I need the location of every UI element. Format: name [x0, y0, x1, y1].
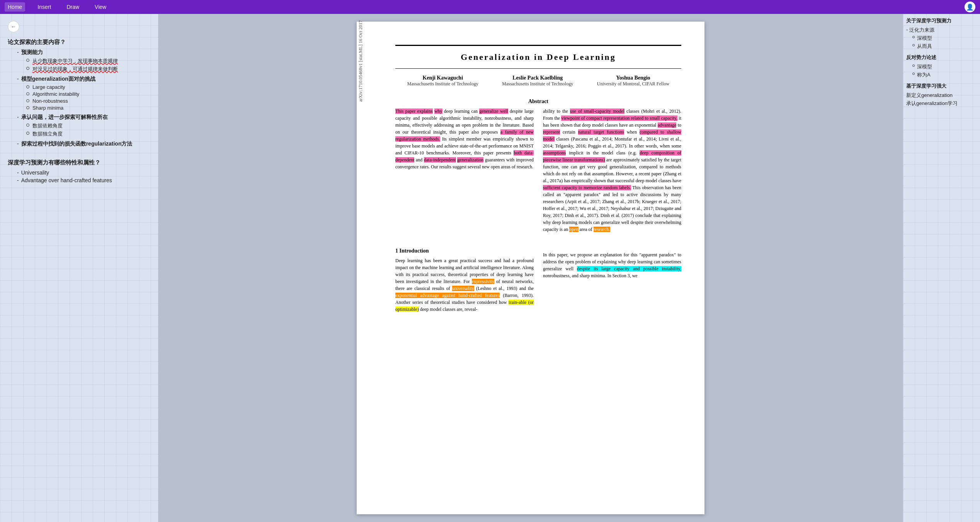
menubar: Home Insert Draw View 👤: [0, 0, 980, 14]
main-layout: ← 论文探索的主要内容？ - 预测能力 从少数现象中学习，发现事物本质规律 对没…: [0, 14, 980, 522]
hl-represent: represent: [543, 129, 560, 135]
abstract-left-text: This paper explains why deep learning ca…: [395, 108, 534, 170]
right-sub-3: 深模型: [906, 63, 977, 70]
right-sub-text-1: 深模型: [917, 35, 932, 42]
circle-icon-r3: [912, 64, 915, 67]
author-name-3: Yoshua Bengio: [597, 75, 669, 81]
circle-icon-r1: [912, 36, 915, 38]
model-sub-4: Sharp minima: [32, 105, 63, 111]
author-affil-2: Massachusetts Institute of Technology: [502, 81, 573, 87]
outline-item-admit: - 承认问题，进一步探索可解释性所在: [8, 114, 158, 121]
admit-sub-2: 数据独立角度: [32, 130, 63, 137]
author-kawaguchi: Kenji Kawaguchi Massachusetts Institute …: [407, 75, 478, 87]
outline-item-explore: - 探索过程中找到的损失函数regularization方法: [8, 141, 158, 147]
hl-expressivity: expressivity: [472, 279, 494, 284]
bullet-6: -: [17, 177, 19, 183]
abstract-right-text: ability to the use of small-capacity mod…: [543, 108, 681, 233]
outline-heading-2: 深度学习预测力有哪些特性和属性？: [8, 159, 158, 166]
hl-research: research.: [594, 227, 610, 232]
menu-insert[interactable]: Insert: [34, 2, 54, 12]
hl-open: open: [569, 227, 578, 232]
right-text-1: 泛化力来源: [909, 27, 934, 34]
abstract-title: Abstract: [395, 98, 681, 105]
author-bengio: Yoshua Bengio University of Montreal, CI…: [597, 75, 669, 87]
author-affil-1: Massachusetts Institute of Technology: [407, 81, 478, 87]
model-sub-3: Non-robustness: [32, 98, 68, 104]
author-name-1: Kenji Kawaguchi: [407, 75, 478, 81]
right-item-new-def: 新定义generalization: [906, 92, 977, 99]
outline-admit-sub-1: 数据依赖角度: [8, 122, 158, 129]
text-that: that: [584, 171, 591, 176]
intro-right-text: In this paper, we propose an explanation…: [543, 251, 681, 279]
doc-page: arXiv:1710.05468v1 [stat.ML] 16 Oct 2017…: [357, 22, 704, 514]
menubar-right: 👤: [965, 2, 975, 12]
doc-title: Generalization in Deep Learning: [395, 52, 681, 62]
hl-family: a family of new regularization methods.: [395, 129, 534, 142]
hl-why: why: [434, 108, 442, 114]
abstract-content: This paper explains why deep learning ca…: [395, 108, 681, 236]
right-heading-3: 基于深度学习强大: [906, 83, 977, 90]
outline-model-sub-1: Large capacity: [8, 84, 158, 90]
predict-sub-1: 从少数现象中学习，发现事物本质规律: [32, 58, 118, 64]
hl-universality: universality: [452, 286, 474, 291]
menu-draw[interactable]: Draw: [63, 2, 82, 12]
right-sub-4: 称为A: [906, 71, 977, 78]
right-text-admit: 承认generalization学习: [906, 100, 958, 107]
outline-section-2: 深度学习预测力有哪些特性和属性？ - Universality - Advant…: [8, 159, 158, 183]
right-panel: 关于深度学习预测力 - 泛化力来源 深模型 从而具 反对势力论述 深模型 称为A…: [903, 14, 980, 522]
right-heading-2: 反对势力论述: [906, 54, 977, 61]
right-item-1: - 泛化力来源: [906, 27, 977, 34]
circle-icon-1: [26, 59, 29, 62]
predict-sub-2: 对没见过的现象，可通过规律来做判断: [32, 66, 118, 73]
outline-text-admit: 承认问题，进一步探索可解释性所在: [21, 114, 108, 121]
text-when: when: [627, 129, 637, 135]
circle-icon-r2: [912, 44, 915, 46]
right-heading-1: 关于深度学习预测力: [906, 18, 977, 24]
hl-assumptions: assumptions: [543, 150, 566, 156]
right-sub-2: 从而具: [906, 43, 977, 50]
outline-item-advantage: - Advantage over hand-crafted features: [8, 177, 158, 183]
circle-icon-3: [26, 85, 29, 88]
model-sub-1: Large capacity: [32, 84, 65, 90]
outline-admit-sub-2: 数据独立角度: [8, 130, 158, 137]
outline-sub-predict-2: 对没见过的现象，可通过规律来做判断: [8, 66, 158, 73]
right-sub-text-3: 深模型: [917, 63, 932, 70]
authors-row: Kenji Kawaguchi Massachusetts Institute …: [395, 75, 681, 87]
outline-text-universality: Universality: [21, 169, 49, 176]
outline-text-explore: 探索过程中找到的损失函数regularization方法: [21, 141, 133, 147]
outline-text-model: 模型generalization面对的挑战: [21, 76, 95, 83]
bottom-rule: [395, 68, 681, 69]
hl-despite: despite its large capacity and possible …: [577, 266, 681, 271]
circle-icon-2: [26, 67, 29, 70]
left-panel: ← 论文探索的主要内容？ - 预测能力 从少数现象中学习，发现事物本质规律 对没…: [0, 14, 158, 522]
menu-home[interactable]: Home: [5, 2, 25, 12]
abstract-left: This paper explains why deep learning ca…: [395, 108, 534, 236]
hl-advantage: advantage: [658, 122, 677, 128]
right-bullet-1: -: [906, 27, 908, 32]
author-affil-3: University of Montreal, CIFAR Fellow: [597, 81, 669, 87]
outline-heading-1: 论文探索的主要内容？: [8, 39, 158, 46]
abstract-right: ability to the use of small-capacity mod…: [543, 108, 681, 236]
admit-sub-1: 数据依赖角度: [32, 122, 63, 129]
outline-model-sub-3: Non-robustness: [8, 98, 158, 104]
bullet-4: -: [17, 141, 19, 147]
hl-compact: viewpoint of compact representation rela…: [561, 115, 677, 121]
outline-item-predict: - 预测能力: [8, 49, 158, 56]
circle-icon-r4: [912, 73, 915, 75]
outline-model-sub-2: Algorithmic instability: [8, 91, 158, 97]
menu-view[interactable]: View: [92, 2, 109, 12]
back-button[interactable]: ←: [8, 21, 19, 32]
bullet-1: -: [17, 49, 19, 55]
user-icon[interactable]: 👤: [965, 2, 975, 12]
outline-sub-predict-1: 从少数现象中学习，发现事物本质规律: [8, 58, 158, 64]
arxiv-stamp: arXiv:1710.05468v1 [stat.ML] 16 Oct 2017: [358, 20, 364, 102]
hl-sufficient: sufficient capacity to memorize random l…: [543, 185, 631, 190]
doc-area[interactable]: arXiv:1710.05468v1 [stat.ML] 16 Oct 2017…: [158, 14, 903, 522]
circle-icon-7: [26, 124, 29, 127]
right-sub-1: 深模型: [906, 35, 977, 42]
circle-icon-4: [26, 92, 29, 95]
right-text-new-def: 新定义generalization: [906, 92, 953, 99]
circle-icon-5: [26, 99, 29, 102]
outline-text-predict: 预测能力: [21, 49, 43, 56]
right-item-admit: 承认generalization学习: [906, 100, 977, 107]
